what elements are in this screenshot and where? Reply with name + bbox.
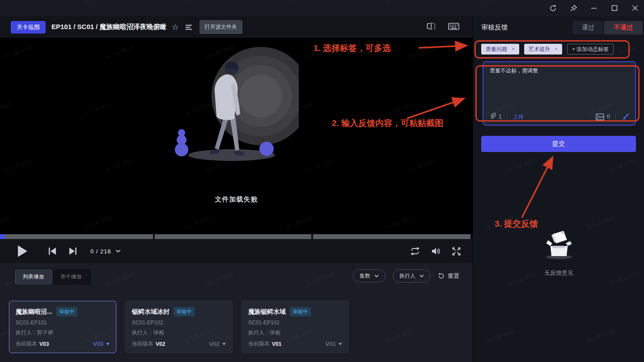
- file-load-failed-illustration: [165, 43, 299, 164]
- chevron-down-icon: [374, 274, 379, 278]
- play-mode-tabs: 列表播放 单个播放: [13, 269, 91, 285]
- frame-counter-chevron-icon[interactable]: [115, 249, 121, 253]
- chevron-down-icon: [339, 343, 342, 345]
- playlist-filters: 集数 执行人 重置: [353, 269, 459, 282]
- tag-label: 质量问题: [486, 46, 507, 53]
- next-frame-icon[interactable]: [68, 247, 78, 256]
- reset-filters-button[interactable]: 重置: [438, 272, 459, 280]
- player-controls: 0 / 216: [0, 240, 473, 263]
- reset-icon: [438, 273, 445, 279]
- empty-feedback-state: 无反馈意见: [473, 224, 644, 277]
- tag-remove-icon[interactable]: ×: [512, 46, 515, 52]
- tag-chip-quality[interactable]: 质量问题 ×: [481, 44, 519, 55]
- tab-single-play[interactable]: 单个播放: [52, 269, 90, 284]
- open-source-folder-button[interactable]: 打开源文件夹: [199, 20, 242, 34]
- version-label: 当前版本: [248, 340, 270, 348]
- minimize-icon[interactable]: [589, 4, 598, 13]
- paperclip-icon[interactable]: [489, 112, 496, 121]
- frame-counter: 0 / 216: [90, 248, 111, 255]
- refresh-icon[interactable]: [548, 4, 557, 13]
- pass-button[interactable]: 通过: [573, 21, 603, 34]
- shot-card[interactable]: 锯鳄水域冰封 审核中 SC01-EP102 执行人：张栋 当前版本 V02 V0…: [125, 301, 233, 353]
- favorite-star-icon[interactable]: ☆: [172, 23, 179, 31]
- card-shot-code: SC01-EP101: [9, 320, 116, 326]
- divider: [507, 114, 508, 120]
- tag-remove-icon[interactable]: ×: [555, 46, 558, 52]
- feedback-textarea[interactable]: 质量不达标，需调整 1 上传 0: [483, 61, 636, 126]
- brush-icon[interactable]: [621, 113, 630, 121]
- fullscreen-icon[interactable]: [452, 247, 461, 256]
- episode-filter-label: 集数: [360, 272, 370, 280]
- version-value: V02: [156, 341, 165, 347]
- player-right-controls: [410, 246, 461, 256]
- breadcrumb: EP101 / SC01 / 魔族幽暗沼泽夜晚俯瞰: [51, 23, 167, 31]
- episode-filter-dropdown[interactable]: 集数: [353, 269, 386, 282]
- close-icon[interactable]: [631, 4, 640, 13]
- shot-card[interactable]: 魔族幽暗沼... 审核中 SC01-EP101 执行人：郭子祺 当前版本 V03…: [9, 301, 116, 353]
- version-select[interactable]: V01: [326, 341, 342, 347]
- version-select-value: V01: [326, 341, 336, 347]
- app-window: 关卡氛围 EP101 / SC01 / 魔族幽暗沼泽夜晚俯瞰 ☆ 打开源文件夹: [0, 0, 644, 362]
- version-value: V01: [272, 341, 281, 347]
- tab-list-play[interactable]: 列表播放: [15, 269, 52, 284]
- window-controls: [548, 0, 640, 16]
- titlebar: [0, 0, 644, 16]
- progress-bar[interactable]: [0, 234, 473, 240]
- executor-filter-label: 执行人: [399, 272, 415, 280]
- card-executor: 执行人：张栋: [242, 329, 348, 337]
- feedback-text: 质量不达标，需调整: [490, 67, 538, 75]
- pin-icon[interactable]: [569, 4, 578, 13]
- progress-segment: [155, 234, 311, 239]
- executor-filter-dropdown[interactable]: 执行人: [393, 269, 431, 282]
- feedback-toolbar: 1 上传 0: [489, 112, 630, 122]
- previous-frame-icon[interactable]: [47, 247, 57, 256]
- tag-chip-art[interactable]: 艺术提升 ×: [524, 44, 562, 55]
- progress-segment: [0, 234, 153, 239]
- chevron-down-icon: [106, 343, 110, 345]
- submit-button[interactable]: 提交: [481, 136, 636, 152]
- upload-button[interactable]: 上传: [513, 113, 524, 121]
- add-tag-button[interactable]: + 添加动态标签: [567, 44, 614, 55]
- level-badge: 关卡氛围: [11, 21, 46, 34]
- list-menu-icon[interactable]: [185, 24, 193, 30]
- version-select[interactable]: V03: [93, 341, 110, 347]
- chevron-down-icon: [419, 274, 424, 278]
- status-badge: 审核中: [174, 307, 195, 316]
- compare-view-icon[interactable]: [426, 22, 436, 32]
- version-label: 当前版本: [16, 340, 37, 348]
- card-executor: 执行人：郭子祺: [9, 329, 116, 337]
- play-icon[interactable]: [17, 245, 28, 257]
- volume-icon[interactable]: [431, 247, 441, 256]
- card-shot-code: SC01-EP102: [126, 320, 232, 326]
- shot-card[interactable]: 魔族锯鳄水域 审核中 SC01-EP102 执行人：张栋 当前版本 V01 V0…: [242, 301, 349, 353]
- card-shot-code: SC01-EP102: [242, 320, 348, 326]
- maximize-icon[interactable]: [610, 4, 619, 13]
- playlist-section: 列表播放 单个播放 集数 执行人 重置 魔族幽暗沼... 审核中 SC01-E: [0, 263, 473, 362]
- status-badge: 审核中: [56, 307, 77, 316]
- version-label: 当前版本: [132, 340, 153, 348]
- reset-label: 重置: [448, 272, 459, 280]
- loop-icon[interactable]: [410, 246, 420, 256]
- progress-segment: [313, 234, 470, 239]
- version-select-value: V03: [93, 341, 103, 347]
- status-badge: 审核中: [290, 307, 311, 316]
- image-icon[interactable]: [596, 114, 604, 120]
- attachment-count: 1: [499, 114, 502, 120]
- version-select-value: V02: [209, 341, 220, 347]
- empty-feedback-text: 无反馈意见: [473, 269, 644, 277]
- header-tools: [426, 22, 459, 32]
- card-title: 魔族幽暗沼...: [16, 308, 52, 316]
- card-title: 锯鳄水域冰封: [132, 308, 169, 316]
- video-viewport: 文件加载失败: [0, 38, 473, 234]
- playhead[interactable]: [0, 234, 4, 239]
- error-message: 文件加载失败: [0, 195, 473, 204]
- review-panel: 审核反馈 通过 不通过 质量问题 × 艺术提升 × + 添加动态标签 质量不达标…: [473, 16, 644, 362]
- review-panel-title: 审核反馈: [481, 23, 508, 32]
- fail-button[interactable]: 不通过: [604, 21, 643, 34]
- empty-box-illustration: [542, 224, 576, 264]
- image-count: 0: [607, 114, 610, 120]
- version-value: V03: [39, 341, 49, 347]
- version-select[interactable]: V02: [209, 341, 226, 347]
- keyboard-icon[interactable]: [448, 22, 459, 32]
- feedback-tags-row: 质量问题 × 艺术提升 × + 添加动态标签: [481, 44, 614, 55]
